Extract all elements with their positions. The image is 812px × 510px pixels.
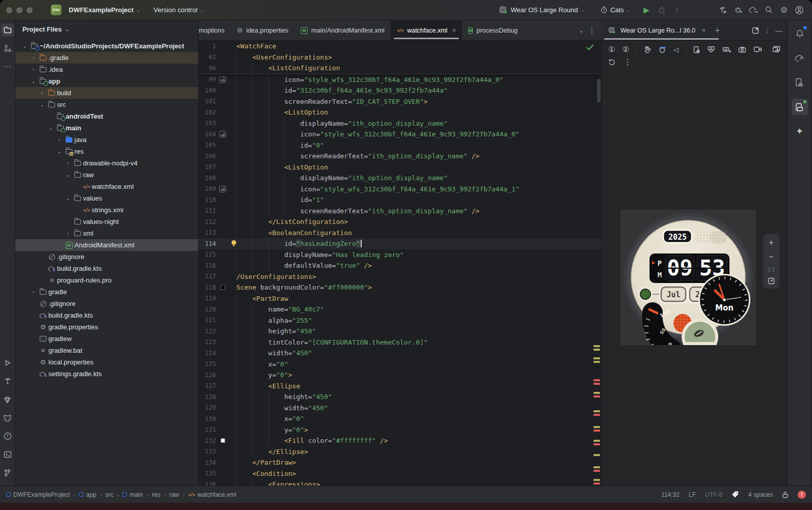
tree-item-build-gradle-kts[interactable]: build.gradle.kts [15, 309, 198, 321]
tab-list-chevron-icon[interactable]: ⌄ [579, 27, 584, 34]
editor-tab-processdebug[interactable]: MprocessDebug [462, 20, 522, 40]
tree-item-raw[interactable]: ⌄raw [15, 169, 198, 181]
screenshot-camera-icon[interactable] [738, 46, 746, 53]
running-device-tab[interactable]: Wear OS Large Ro...l 36.0 × [606, 27, 708, 34]
running-devices-tool-icon[interactable] [792, 99, 808, 115]
tree-item-build[interactable]: ›build [15, 87, 198, 99]
code-line-133[interactable]: 133</Ellipse> [199, 446, 602, 458]
code-line-127[interactable]: 127<Ellipse [199, 381, 602, 392]
close-tab-icon[interactable]: × [452, 26, 456, 34]
version-control-branch-icon[interactable] [1, 466, 14, 479]
profiler-tool-button[interactable] [1, 393, 14, 406]
chevron-down-icon[interactable]: ⌄ [46, 125, 55, 131]
tree-item-app[interactable]: ⌄app [15, 75, 198, 87]
tree-item-res[interactable]: ⌄res [15, 146, 198, 157]
warning-mark[interactable] [593, 466, 600, 468]
code-line-119[interactable]: 119<PartDraw [199, 293, 602, 304]
chevron-right-icon[interactable]: › [38, 90, 46, 96]
code-line-112[interactable]: 112</ListConfiguration> [199, 216, 602, 228]
chevron-right-icon[interactable]: › [29, 67, 38, 72]
error-stripe[interactable] [593, 41, 601, 486]
code-line-128[interactable]: 128height="450" [199, 391, 602, 403]
gradle-sync-icon[interactable] [746, 3, 761, 17]
code-line-132[interactable]: 132<Fill color="#ffffffff" /> [199, 435, 602, 446]
logcat-cat-icon[interactable] [1, 411, 14, 424]
tree-item-gradlew-bat[interactable]: ≡gradlew.bat [15, 345, 198, 356]
code-line-102[interactable]: 102<ListOption [199, 107, 602, 118]
breadcrumb-res[interactable]: res [152, 491, 160, 498]
warning-mark[interactable] [593, 357, 600, 359]
editor-tab-idea-properties[interactable]: ⚙idea.properties [231, 20, 294, 40]
code-line-126[interactable]: 126y="0"> [199, 370, 602, 381]
indent-setting[interactable]: 4 spaces [748, 491, 773, 498]
notifications-bell-icon[interactable] [792, 25, 808, 42]
tree-item-proguard-rules-pro[interactable]: ≡proguard-rules.pro [15, 274, 198, 286]
chevron-down-icon[interactable]: ⌄ [55, 149, 64, 154]
add-device-tab-button[interactable]: + [715, 26, 719, 35]
code-line-123[interactable]: 123tintColor="[CONFIGURATION.themeColor.… [199, 337, 602, 348]
debug-button[interactable] [654, 3, 669, 17]
device-screen[interactable]: 2025 P M 09 53 Jul [620, 210, 756, 345]
device-selector[interactable]: Wear OS Large Round ⌄ [496, 4, 587, 16]
tree-item-values[interactable]: ⌄values [15, 192, 198, 204]
code-line-100[interactable]: 100id="312c30bf_f64a_461e_9c93_992f2fb7a… [199, 85, 602, 96]
build-hammer-icon[interactable] [715, 3, 730, 17]
breadcrumb-main[interactable]: main [122, 491, 143, 498]
problems-icon[interactable] [1, 430, 14, 443]
error-mark[interactable] [593, 414, 600, 416]
back-button-icon[interactable]: ◁ [673, 46, 679, 53]
editor-tab-moptions[interactable]: moptions [199, 20, 231, 40]
input-keyboard-icon[interactable] [722, 46, 731, 53]
code-line-104[interactable]: 104icon="style_wfs_312c30bf_f64a_461e_9c… [199, 129, 602, 140]
error-indicator[interactable]: ! [798, 491, 806, 499]
code-line-134[interactable]: 134</PartDraw> [199, 457, 602, 468]
health-services-icon[interactable] [707, 46, 715, 53]
zoom-fit-icon[interactable] [768, 277, 775, 285]
run-button[interactable]: ▶ [639, 3, 654, 17]
breadcrumb-raw[interactable]: raw [169, 491, 179, 498]
code-line-96[interactable]: 96<ListConfiguration [199, 63, 602, 74]
vcs-menu-button[interactable]: Version control ⌄ [151, 4, 207, 16]
chevron-down-icon[interactable]: ⌄ [38, 102, 46, 107]
warning-mark[interactable] [593, 410, 600, 412]
terminal-icon[interactable] [1, 448, 14, 461]
run-config-selector[interactable]: Cats ⌄ [597, 4, 634, 16]
hide-panel-button[interactable]: — [775, 26, 782, 35]
code-line-111[interactable]: 111screenReaderText="ith_option_display_… [199, 206, 602, 217]
tree-item-java[interactable]: ›java [15, 134, 198, 146]
chevron-right-icon[interactable]: › [64, 231, 72, 236]
chevron-right-icon[interactable]: › [29, 55, 38, 61]
chevron-down-icon[interactable]: ⌄ [64, 172, 72, 178]
warning-mark[interactable] [593, 361, 600, 363]
code-line-110[interactable]: 110id="1" [199, 194, 602, 206]
code-line-106[interactable]: 106screenReaderText="ith_option_display_… [199, 151, 602, 162]
intention-bulb-icon[interactable] [231, 240, 237, 247]
editor-tab-watchface-xml[interactable]: </>watchface.xml× [391, 20, 462, 40]
tree-item--idea[interactable]: ›.idea [15, 64, 198, 75]
line-ending[interactable]: LF [689, 491, 696, 498]
code-editor[interactable]: 1<WatchFace62<UserConfigurations>96<List… [199, 41, 602, 486]
tree-item-watchface-xml[interactable]: </>watchface.xml [15, 181, 198, 192]
warning-mark[interactable] [593, 479, 600, 481]
more-actions-kebab[interactable]: ⋮ [669, 3, 685, 17]
code-line-131[interactable]: 131y="0"> [199, 424, 602, 436]
project-menu-button[interactable]: DWFExampleProject ⌄ [66, 4, 144, 16]
code-line-121[interactable]: 121alpha="255" [199, 315, 602, 326]
open-in-window-icon[interactable] [752, 27, 759, 34]
tree-item-src[interactable]: ⌄src [15, 99, 198, 110]
button-1-icon[interactable]: ① [608, 45, 615, 54]
tree-item--gitignore[interactable]: .gitignore [15, 251, 198, 263]
tree-item-build-gradle-kts[interactable]: build.gradle.kts [15, 263, 198, 274]
code-line-136[interactable]: 136<Expressions> [199, 479, 602, 486]
code-line-113[interactable]: 113<BooleanConfiguration [199, 228, 602, 239]
tree-item-settings-gradle-kts[interactable]: settings.gradle.kts [15, 368, 198, 380]
screen-record-icon[interactable] [753, 46, 762, 52]
palm-wake-icon[interactable] [644, 46, 651, 53]
code-line-120[interactable]: 120name="BG_40c7" [199, 304, 602, 315]
zoom-reset-button[interactable]: 1:1 [768, 267, 775, 272]
device-settings-icon[interactable] [693, 46, 700, 53]
encoding[interactable]: UTF-8 [705, 491, 722, 498]
code-line-118[interactable]: 118Scene backgroundColor="#ff000000"> [199, 282, 602, 293]
tree-item-gradle[interactable]: ›gradle [15, 286, 198, 298]
code-line-130[interactable]: 130x="0" [199, 413, 602, 424]
